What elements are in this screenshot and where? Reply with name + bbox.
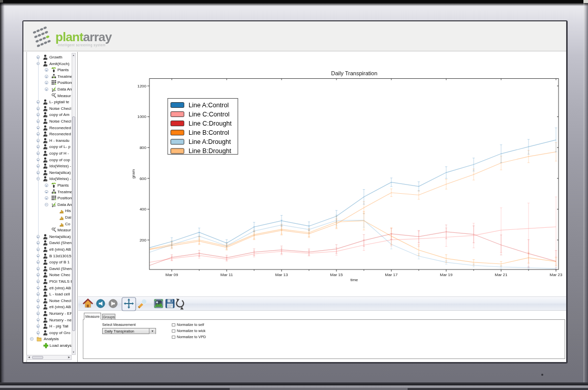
svg-text:800: 800	[140, 145, 147, 150]
svg-text:time: time	[350, 278, 358, 282]
svg-text:Mar 11: Mar 11	[221, 273, 233, 277]
svg-text:Daily Transpiration: Daily Transpiration	[331, 70, 377, 76]
svg-text:Line C:Drought: Line C:Drought	[189, 120, 232, 127]
svg-text:Mar 13: Mar 13	[275, 273, 288, 277]
svg-text:gram: gram	[131, 169, 136, 179]
svg-text:Line B:Control: Line B:Control	[189, 129, 229, 136]
svg-text:Line C:Control: Line C:Control	[189, 111, 230, 118]
svg-text:Mar 19: Mar 19	[440, 273, 453, 277]
svg-text:600: 600	[140, 176, 147, 181]
svg-text:Mar 09: Mar 09	[166, 273, 178, 277]
svg-text:200: 200	[140, 238, 147, 243]
svg-text:400: 400	[140, 207, 147, 212]
svg-text:Mar 17: Mar 17	[385, 273, 398, 277]
svg-text:Mar 21: Mar 21	[495, 273, 508, 277]
svg-text:1200: 1200	[137, 84, 146, 88]
svg-text:Mar 15: Mar 15	[330, 273, 343, 277]
svg-text:Line A:Drought: Line A:Drought	[189, 138, 231, 145]
svg-text:Line A:Control: Line A:Control	[189, 102, 229, 109]
svg-text:1000: 1000	[137, 114, 146, 119]
svg-text:Line B:Drought: Line B:Drought	[189, 147, 232, 155]
svg-text:Mar 23: Mar 23	[550, 273, 563, 277]
